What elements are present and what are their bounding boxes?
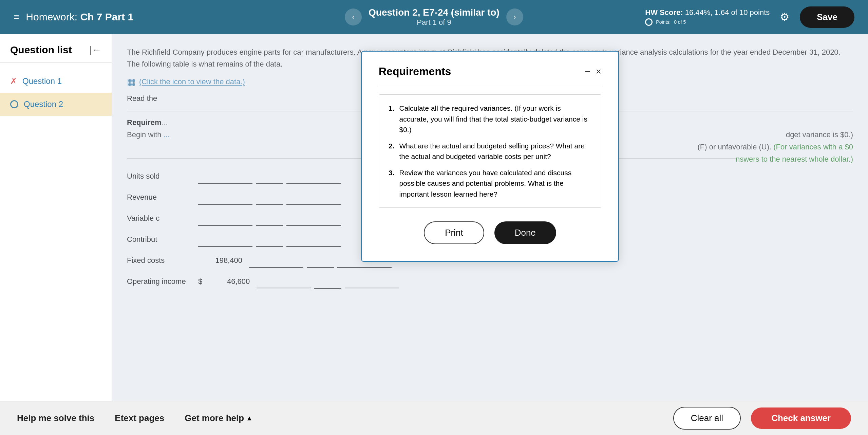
modal-divider <box>379 86 601 86</box>
hamburger-menu-icon[interactable]: ≡ <box>14 12 19 22</box>
prev-question-button[interactable]: ‹ <box>345 8 362 25</box>
header-right: HW Score: 16.44%, 1.64 of 10 points Poin… <box>645 6 854 28</box>
sidebar-title: Question list <box>10 44 72 56</box>
header-center: ‹ Question 2, E7-24 (similar to) Part 1 … <box>345 7 523 27</box>
modal-close-button[interactable]: × <box>596 67 601 76</box>
homework-title: Homework: Ch 7 Part 1 <box>26 11 133 23</box>
sidebar-item-q2[interactable]: Question 2 <box>0 93 112 116</box>
clear-all-button[interactable]: Clear all <box>673 407 741 430</box>
footer: Help me solve this Etext pages Get more … <box>0 401 868 435</box>
modal-title: Requirements <box>379 65 451 78</box>
print-button[interactable]: Print <box>424 221 484 244</box>
question-label: Question 2, E7-24 (similar to) <box>369 7 499 18</box>
points-circle-icon <box>645 18 653 26</box>
points-value: 0 of 5 <box>674 19 686 25</box>
req-num-1: 1. <box>389 103 395 135</box>
question-info: Question 2, E7-24 (similar to) Part 1 of… <box>369 7 499 27</box>
points-row: Points: 0 of 5 <box>645 18 770 26</box>
header: ≡ Homework: Ch 7 Part 1 ‹ Question 2, E7… <box>0 0 868 34</box>
req-item-3: 3. Review the variances you have calcula… <box>389 167 591 200</box>
sidebar-item-q1[interactable]: ✗ Question 1 <box>0 70 112 93</box>
question2-circle-icon <box>10 100 18 108</box>
hw-score-row: HW Score: 16.44%, 1.64 of 10 points <box>645 8 770 17</box>
content-area: The Richfield Company produces engine pa… <box>112 34 868 401</box>
question1-check-icon: ✗ <box>10 76 17 86</box>
footer-right: Clear all Check answer <box>673 407 851 430</box>
get-more-help-container: Get more help ▲ <box>185 413 253 423</box>
next-question-button[interactable]: › <box>506 8 523 25</box>
get-more-help-button[interactable]: Get more help <box>185 413 244 423</box>
save-button[interactable]: Save <box>800 6 854 28</box>
get-more-help-arrow-icon: ▲ <box>246 414 253 422</box>
sidebar-item-label-q2: Question 2 <box>24 99 63 109</box>
etext-pages-button[interactable]: Etext pages <box>115 413 164 423</box>
modal-buttons: Print Done <box>379 221 601 244</box>
req-item-1: 1. Calculate all the required variances.… <box>389 103 591 135</box>
check-answer-button[interactable]: Check answer <box>751 407 851 429</box>
hw-score-label: HW Score: <box>645 8 683 17</box>
hw-title-bold: Ch 7 Part 1 <box>80 11 133 22</box>
modal-controls: − × <box>585 67 601 76</box>
points-label: Points: <box>656 19 671 25</box>
hw-score-value: 16.44%, 1.64 of 10 points <box>685 8 770 17</box>
help-me-solve-button[interactable]: Help me solve this <box>17 413 94 423</box>
requirements-modal: Requirements − × 1. Calculate all the re… <box>361 51 619 262</box>
main-layout: Question list |← ✗ Question 1 Question 2… <box>0 34 868 401</box>
modal-minimize-button[interactable]: − <box>585 67 590 76</box>
sidebar-header: Question list |← <box>0 44 112 63</box>
req-num-2: 2. <box>389 141 395 162</box>
req-item-2: 2. What are the actual and budgeted sell… <box>389 141 591 162</box>
req-text-3: Review the variances you have calculated… <box>399 167 591 200</box>
sidebar-item-label-q1: Question 1 <box>22 76 62 86</box>
header-left: ≡ Homework: Ch 7 Part 1 <box>14 11 133 23</box>
done-button[interactable]: Done <box>494 221 556 244</box>
modal-header: Requirements − × <box>379 65 601 78</box>
req-num-3: 3. <box>389 167 395 200</box>
score-info: HW Score: 16.44%, 1.64 of 10 points Poin… <box>645 8 770 26</box>
collapse-sidebar-icon[interactable]: |← <box>90 44 101 55</box>
hw-prefix: Homework: <box>26 11 77 22</box>
settings-gear-icon[interactable]: ⚙ <box>780 11 790 23</box>
req-text-1: Calculate all the required variances. (I… <box>399 103 591 135</box>
requirements-box: 1. Calculate all the required variances.… <box>379 94 601 208</box>
req-text-2: What are the actual and budgeted selling… <box>399 141 591 162</box>
part-label: Part 1 of 9 <box>369 18 499 27</box>
sidebar: Question list |← ✗ Question 1 Question 2 <box>0 34 112 401</box>
modal-overlay: Requirements − × 1. Calculate all the re… <box>112 34 868 401</box>
